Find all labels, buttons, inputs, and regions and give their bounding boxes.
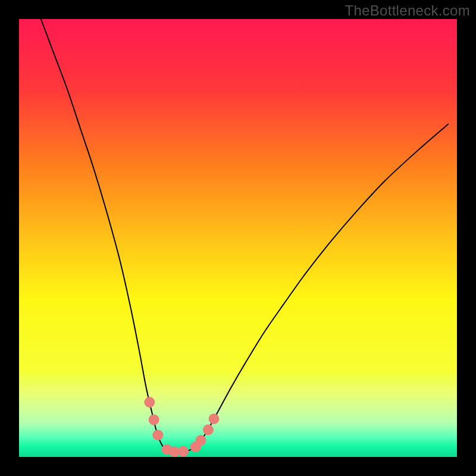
marker-point <box>144 397 155 408</box>
marker-point <box>203 424 214 435</box>
bottleneck-chart <box>0 0 476 476</box>
marker-point <box>149 414 159 425</box>
chart-frame: TheBottleneck.com <box>0 0 476 476</box>
marker-point <box>152 430 163 440</box>
marker-point <box>209 414 220 424</box>
plot-background <box>19 19 457 457</box>
watermark-text: TheBottleneck.com <box>345 2 470 19</box>
marker-point <box>178 446 189 456</box>
marker-point <box>195 435 206 446</box>
